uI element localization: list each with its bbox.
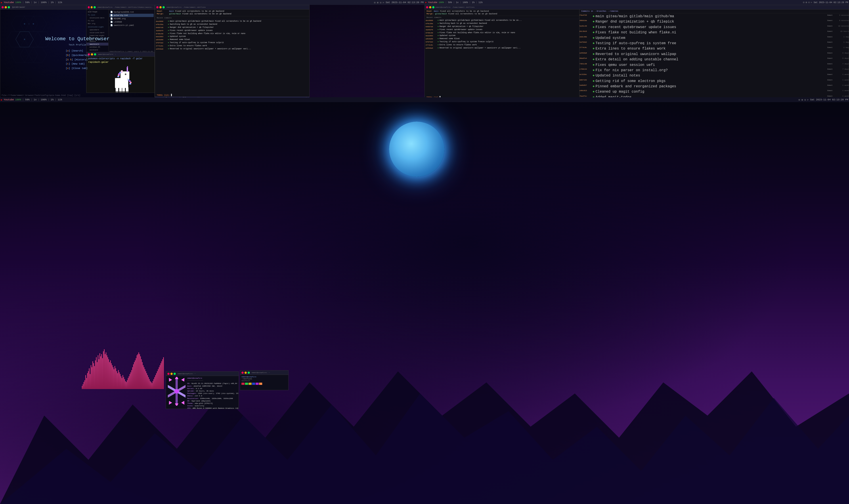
fm-item-solarized[interactable]: solarized-dark — [87, 31, 108, 34]
fm-max-btn[interactable] — [93, 6, 95, 8]
tb-bottom-youtube-label[interactable]: Youtube — [4, 98, 14, 101]
vis-bar — [138, 354, 138, 389]
fm-close-btn[interactable] — [88, 6, 90, 8]
svg-rect-19 — [121, 70, 123, 73]
vis-bar — [144, 367, 144, 389]
vis-bar — [104, 349, 105, 389]
small-term-titlebar: emmet@snowfire: ~ — [240, 371, 288, 375]
small-term-content: emmet@snowfire ~/dotfiles neofetch — [240, 375, 288, 386]
taskbar-r-mem: 1x — [456, 1, 458, 4]
taskbar-mem: 1x — [34, 1, 36, 4]
tb-bottom-bat: 100% — [41, 98, 47, 101]
taskbar-r-bat: 100% — [463, 1, 468, 4]
fm-file-readme[interactable]: 📄 README.org — [109, 17, 153, 20]
fm-item-win95[interactable]: windows-95 — [87, 46, 108, 49]
tb-bottom-net: 1% — [51, 98, 54, 101]
fm-item-ald[interactable]: ald-hope — [87, 11, 108, 14]
browser-close-btn[interactable] — [2, 6, 4, 8]
fm-item-spacedark[interactable]: spacedark — [87, 28, 108, 31]
vis-bar — [97, 362, 97, 389]
browser-min-btn[interactable] — [5, 6, 7, 8]
commit-row-7: a950d60 ● Removed some bloat — [155, 38, 309, 41]
nf-max-btn[interactable] — [174, 373, 176, 375]
menu-newtab[interactable]: [t] [New tab] — [66, 62, 89, 66]
fm-file-yaml[interactable]: 📄 uwunicorn-yt.yaml — [109, 24, 153, 27]
taskbar-sep2: | — [31, 1, 33, 4]
emacs-r-close-btn[interactable] — [426, 6, 428, 8]
menu-search[interactable]: [o] [Search] — [66, 49, 89, 53]
vis-bar — [94, 366, 95, 389]
filemanager-content: ald-hope fl-lock selenized-dark fl-nix R… — [87, 10, 155, 53]
fm-file-license[interactable]: 📄 LICENSE — [109, 20, 153, 24]
vis-bar — [98, 355, 98, 389]
tb-bottom-sep2: | — [31, 98, 33, 101]
svg-rect-38 — [115, 78, 116, 79]
fm-item-flnix[interactable]: fl-nix — [87, 19, 108, 22]
vis-bar — [134, 362, 134, 389]
vis-bar — [150, 381, 150, 389]
fm-title: emmet@snowfire: /home/emmet/.dotfiles/th… — [97, 6, 153, 8]
taskbar-left: ▶ Youtube 100% | 59% | 1x | 100% | 1% | … — [0, 0, 424, 5]
vis-bar — [107, 355, 107, 389]
vis-bar — [101, 356, 101, 389]
magit-status-pane: Head: main Fixed all screenshots to be o… — [425, 10, 579, 102]
svg-rect-37 — [129, 83, 131, 85]
pokemon-titlebar: emmet@snowfire: ~ — [87, 52, 155, 57]
filemanager-titlebar: emmet@snowfire: /home/emmet/.dotfiles/th… — [87, 5, 155, 10]
emacs-l-max-btn[interactable] — [163, 6, 165, 8]
browser-logo-text: Welcome to Qutebrowser — [45, 36, 109, 42]
pokemon-min-btn[interactable] — [91, 53, 93, 55]
st-line1: emmet@snowfire — [241, 376, 287, 378]
fm-min-btn[interactable] — [91, 6, 93, 8]
vis-bar — [114, 369, 114, 389]
taskbar-youtube-label[interactable]: Youtube — [4, 1, 14, 4]
nf-min-btn[interactable] — [170, 373, 173, 375]
emacs-l-title: emmet@snowfire: /home/emmet/.dotfiles — [166, 6, 206, 8]
emacs-r-title: emmet@snowfire: /home/emmet/.dotfiles — [435, 6, 475, 8]
st-min-btn[interactable] — [245, 372, 247, 374]
vis-bar — [152, 381, 153, 389]
emacs-left-window: emmet@snowfire: /home/emmet/.dotfiles He… — [155, 5, 309, 100]
taskbar-r-sep5: | — [476, 1, 477, 4]
vis-bar — [82, 386, 83, 389]
nf-close-btn[interactable] — [167, 373, 169, 375]
browser-status-bar: file:///home/emmet/.browser/Tech/config/… — [2, 94, 80, 96]
menu-closetab[interactable]: [x] [Close tab] — [66, 66, 89, 71]
vis-bar — [102, 358, 103, 389]
fm-item-woodland[interactable]: woodland — [87, 49, 108, 51]
emacs-l-close-btn[interactable] — [156, 6, 159, 8]
vis-bar — [101, 354, 102, 389]
vis-bar — [122, 378, 122, 389]
menu-history[interactable]: [S h] [History] — [66, 58, 89, 62]
pokemon-command: pokemon-colorscripts -n rapidash -f gala… — [88, 57, 143, 60]
emacs-r-max-btn[interactable] — [432, 6, 434, 8]
vis-bar — [131, 370, 132, 389]
pokemon-max-btn[interactable] — [94, 53, 96, 55]
menu-quickmarks[interactable]: [b] [Quickmarks] — [66, 53, 89, 58]
browser-max-btn[interactable] — [8, 6, 10, 8]
taskbar-r-youtube-label[interactable]: Youtube — [428, 1, 437, 4]
fm-item-uwunicorn[interactable]: uwunicorn — [87, 43, 108, 46]
fm-file-bg256[interactable]: 📄 background256.txt — [109, 11, 153, 14]
st-max-btn[interactable] — [248, 372, 250, 374]
svg-point-12 — [33, 23, 34, 24]
filemanager-window: emmet@snowfire: /home/emmet/.dotfiles/th… — [86, 5, 155, 54]
commit-row-1: dee0888 ● main gitea/main gitlab/main gi… — [155, 20, 309, 23]
taskbar-r-net: 1% — [472, 1, 474, 4]
emacs-r-min-btn[interactable] — [429, 6, 431, 8]
neofetch-titlebar: emmet@snowfire: ~ — [166, 372, 238, 376]
emacs-l-min-btn[interactable] — [159, 6, 162, 8]
svg-point-13 — [24, 39, 25, 40]
st-close-btn[interactable] — [241, 372, 243, 374]
vis-bar — [107, 357, 108, 389]
fm-file-polarity[interactable]: 📄 polarity.txt — [109, 14, 153, 17]
fm-item-selenized1[interactable]: selenized-dark — [87, 16, 108, 19]
vis-bar — [151, 382, 151, 389]
taskbar-r-sep2: | — [453, 1, 455, 4]
vis-bar — [149, 379, 150, 389]
taskbar-sep4: | — [48, 1, 50, 4]
vis-bar — [147, 375, 148, 389]
taskbar-r-youtube-icon: ▶ — [426, 1, 427, 4]
fm-item-reorg[interactable]: RE=.org — [87, 22, 108, 25]
vis-bar — [100, 353, 100, 389]
